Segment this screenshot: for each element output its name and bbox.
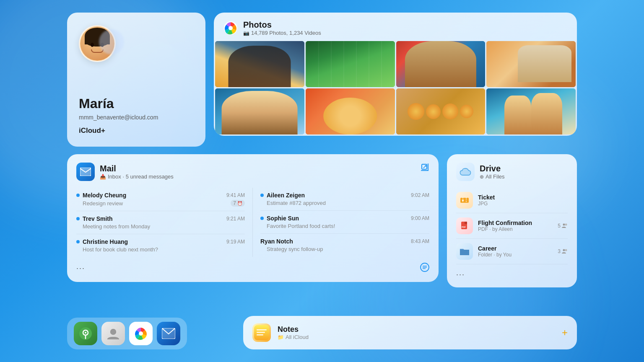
mail-app-title: Mail — [100, 164, 174, 173]
folder-file-icon — [456, 243, 473, 260]
svg-point-18 — [565, 249, 567, 251]
list-icon — [420, 263, 429, 272]
mail-envelope-icon — [80, 168, 91, 176]
svg-point-17 — [563, 249, 565, 251]
photo-1[interactable] — [215, 41, 304, 87]
compose-icon — [420, 163, 429, 172]
profile-card: María mmm_benavente@icloud.com iCloud+ — [67, 13, 205, 147]
photo-3[interactable] — [396, 41, 486, 87]
mail-item-4[interactable]: Aileen Zeigen 9:02 AM Estimate #872 appr… — [260, 188, 429, 211]
drive-subtitle: ⊕ All Files — [480, 173, 505, 180]
unread-indicator — [260, 217, 264, 220]
photos-grid — [214, 41, 577, 136]
mail-more-button[interactable]: ··· — [76, 264, 85, 273]
photo-5[interactable] — [215, 88, 304, 134]
compose-button[interactable] — [420, 163, 429, 174]
photos-rainbow-icon — [223, 21, 238, 35]
profile-name: María — [79, 96, 158, 111]
profile-email: mmm_benavente@icloud.com — [79, 114, 158, 121]
notes-icon-svg — [254, 325, 269, 340]
mail-item-5[interactable]: Sophie Sun 9:00 AM Favorite Portland foo… — [260, 211, 429, 234]
contacts-icon — [106, 327, 120, 340]
drive-file-ticket[interactable]: Ticket JPG — [456, 188, 568, 213]
unread-indicator — [76, 240, 80, 243]
unread-indicator — [260, 194, 264, 197]
mail-item-3[interactable]: Christine Huang 9:19 AM Host for book cl… — [76, 234, 245, 257]
mail-compose-footer-icon[interactable] — [420, 263, 429, 274]
notes-card[interactable]: Notes 📁 All iCloud + — [243, 316, 577, 349]
photo-7[interactable] — [396, 88, 486, 134]
ticket-icon — [460, 195, 470, 205]
shared-people-icon — [562, 248, 568, 254]
svg-rect-13 — [465, 222, 467, 224]
photos-app-name: Photos — [243, 20, 321, 30]
photos-card[interactable]: Photos 📷 14,789 Photos, 1,234 Videos — [214, 13, 577, 136]
mail-column-right: Aileen Zeigen 9:02 AM Estimate #872 appr… — [253, 188, 429, 257]
folder-icon — [459, 247, 470, 256]
mail-card: Mail 📥 Inbox · 5 unread messages — [67, 154, 439, 282]
mail-badge-count: 7 ⏰ — [231, 200, 245, 207]
mail-item-1[interactable]: Melody Cheung 9:41 AM Redesign review 7 … — [76, 188, 245, 211]
shared-people-icon — [562, 223, 568, 229]
dock — [67, 318, 187, 349]
svg-point-21 — [85, 332, 86, 334]
svg-point-24 — [110, 329, 116, 335]
pdf-icon: PDF — [460, 221, 470, 231]
mail-item-6[interactable]: Ryan Notch 8:43 AM Strategy sync follow-… — [260, 234, 429, 256]
dock-findmy-icon[interactable] — [74, 322, 97, 345]
notes-add-button[interactable]: + — [562, 327, 568, 339]
photo-4[interactable] — [486, 41, 576, 87]
career-shared-count: 3 — [558, 248, 568, 254]
pdf-file-icon: PDF — [456, 217, 473, 234]
photos-subtitle: 📷 14,789 Photos, 1,234 Videos — [243, 30, 321, 36]
svg-point-15 — [563, 224, 565, 226]
drive-card: Drive ⊕ All Files — [447, 154, 577, 287]
drive-cloud-icon — [459, 167, 472, 176]
flight-shared-count: 5 — [558, 223, 568, 229]
avatar — [79, 25, 116, 62]
photos-app-icon — [223, 21, 238, 36]
findmy-icon — [79, 327, 92, 340]
unread-indicator — [76, 194, 80, 197]
svg-text:PDF: PDF — [462, 226, 466, 228]
mail-column-left: Melody Cheung 9:41 AM Redesign review 7 … — [76, 188, 253, 257]
drive-app-title: Drive — [480, 164, 505, 173]
ticket-file-icon — [456, 192, 473, 209]
svg-point-16 — [565, 224, 567, 226]
notes-app-icon — [252, 323, 271, 342]
mail-app-icon — [76, 163, 95, 181]
drive-more-button[interactable]: ··· — [456, 270, 465, 279]
svg-rect-29 — [257, 329, 267, 331]
svg-rect-10 — [460, 198, 469, 203]
unread-indicator — [76, 217, 80, 220]
drive-file-flight[interactable]: PDF Flight Confirmation PDF · by Aileen … — [456, 213, 568, 239]
drive-app-icon — [456, 163, 475, 181]
mail-item-2[interactable]: Trev Smith 9:21 AM Meeting notes from Mo… — [76, 211, 245, 234]
photo-6[interactable] — [306, 88, 395, 134]
dock-mail-icon[interactable] — [157, 322, 180, 345]
photos-dock-icon — [134, 327, 148, 340]
mail-subtitle: 📥 Inbox · 5 unread messages — [100, 173, 174, 180]
mail-dock-icon — [162, 328, 175, 339]
dock-contacts-icon[interactable] — [101, 322, 125, 345]
svg-point-25 — [139, 331, 143, 336]
dock-photos-icon[interactable] — [129, 322, 153, 345]
photo-8[interactable] — [486, 88, 576, 134]
svg-rect-30 — [257, 332, 265, 333]
notes-app-name: Notes — [278, 325, 309, 334]
drive-file-career[interactable]: Career Folder · by You 3 — [456, 239, 568, 264]
svg-point-1 — [229, 26, 233, 30]
notes-subtitle: 📁 All iCloud — [278, 334, 309, 340]
svg-rect-31 — [257, 334, 263, 336]
profile-plan: iCloud+ — [79, 127, 158, 135]
svg-point-11 — [462, 199, 464, 201]
photo-2[interactable] — [306, 41, 395, 87]
